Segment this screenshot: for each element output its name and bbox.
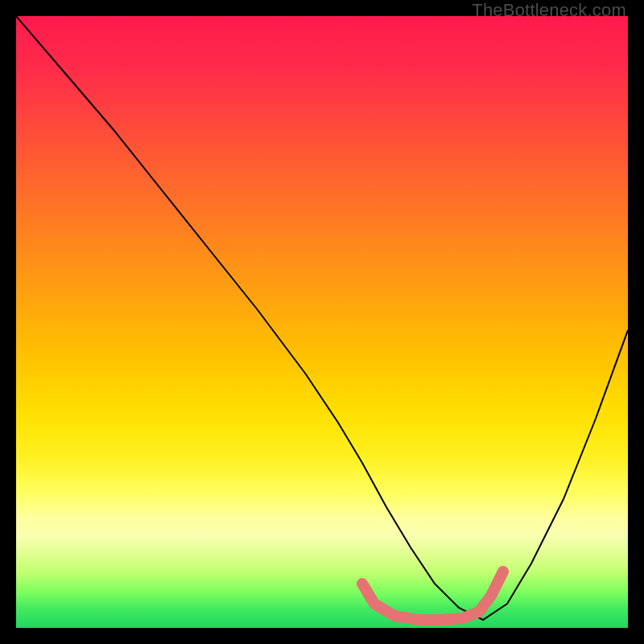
plot-area [16, 16, 628, 628]
chart-container: TheBottleneck.com [0, 0, 644, 644]
bottleneck-curve [16, 16, 628, 620]
curve-layer [16, 16, 628, 628]
optimal-marker [362, 572, 503, 620]
